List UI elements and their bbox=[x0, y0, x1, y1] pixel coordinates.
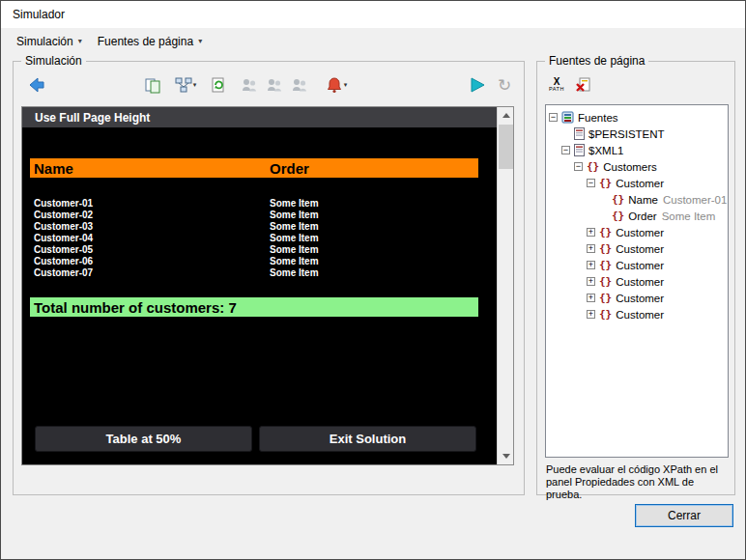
cell-name: Customer-02 bbox=[34, 210, 93, 220]
close-button[interactable]: Cerrar bbox=[635, 504, 733, 527]
tree-label: Customers bbox=[603, 161, 657, 173]
restart-icon[interactable]: ↻ bbox=[493, 73, 516, 97]
collapse-icon[interactable]: − bbox=[587, 179, 595, 187]
table-50-button[interactable]: Table at 50% bbox=[35, 426, 252, 452]
menu-fuentes-label: Fuentes de página bbox=[98, 35, 193, 48]
page-source-icon bbox=[574, 127, 585, 140]
tree-item-order[interactable]: {} Order Some Item bbox=[546, 208, 728, 224]
scrollbar-thumb[interactable] bbox=[499, 125, 513, 169]
cell-name: Customer-06 bbox=[34, 256, 93, 266]
table-row: Customer-02 Some Item bbox=[22, 210, 497, 221]
cell-name: Customer-03 bbox=[34, 221, 93, 232]
exit-solution-button[interactable]: Exit Solution bbox=[259, 426, 476, 452]
table-row: Customer-04 Some Item bbox=[22, 233, 497, 244]
collapse-icon[interactable]: − bbox=[574, 162, 583, 171]
header-order: Order bbox=[270, 160, 309, 177]
total-label: Total number of customers: 7 bbox=[34, 299, 237, 316]
expand-icon[interactable]: + bbox=[587, 294, 595, 302]
xpath-path-glyph: PATH bbox=[549, 87, 564, 93]
tree-label: $PERSISTENT bbox=[588, 128, 665, 140]
table-row: Customer-03 Some Item bbox=[22, 221, 497, 233]
expand-icon[interactable]: + bbox=[587, 228, 595, 237]
element-icon: {} bbox=[599, 259, 612, 271]
xpath-icon[interactable]: X PATH bbox=[545, 73, 568, 97]
play-icon[interactable] bbox=[466, 73, 489, 97]
table-row: Customer-05 Some Item bbox=[22, 244, 497, 256]
tree-item-customers[interactable]: − {} Customers bbox=[546, 158, 728, 175]
element-icon: {} bbox=[599, 177, 612, 189]
table-row: Customer-06 Some Item bbox=[22, 256, 497, 267]
tree-item-customer[interactable]: + {} Customer bbox=[546, 224, 728, 240]
expand-icon[interactable]: + bbox=[587, 310, 595, 319]
tree-item-fuentes[interactable]: − Fuentes bbox=[546, 109, 728, 126]
element-icon: {} bbox=[599, 226, 612, 238]
menu-simulacion[interactable]: Simulación ▾ bbox=[9, 31, 90, 52]
back-icon[interactable] bbox=[25, 73, 48, 97]
tree-label: $XML1 bbox=[588, 145, 623, 156]
restart-glyph: ↻ bbox=[498, 75, 511, 96]
tree-label: Name bbox=[628, 194, 658, 206]
cell-name: Customer-01 bbox=[34, 198, 93, 209]
header-name: Name bbox=[30, 160, 73, 177]
tree-item-customer[interactable]: + {} Customer bbox=[546, 306, 728, 322]
tree-label: Customer bbox=[616, 309, 664, 321]
tree-label: Customer bbox=[616, 243, 664, 255]
refresh-page-icon bbox=[210, 76, 227, 94]
two-users-icon bbox=[291, 76, 308, 94]
chevron-down-icon: ▾ bbox=[193, 81, 197, 89]
expand-icon[interactable]: + bbox=[587, 244, 595, 253]
users-icon-1[interactable] bbox=[238, 73, 261, 97]
page-source-icon bbox=[574, 144, 585, 156]
element-icon: {} bbox=[599, 308, 612, 321]
simulation-toolbar: ▾ bbox=[21, 71, 516, 98]
tree-item-customer[interactable]: + {} Customer bbox=[546, 257, 728, 273]
tree-item-name[interactable]: {} Name Customer-01 bbox=[546, 191, 728, 208]
tree-item-customer[interactable]: + {} Customer bbox=[546, 290, 728, 306]
users-icon-3[interactable] bbox=[288, 73, 311, 97]
tree-label: Customer bbox=[616, 293, 664, 304]
sources-toolbar: X PATH bbox=[545, 71, 727, 98]
tree-item-customer[interactable]: + {} Customer bbox=[546, 273, 728, 290]
delete-xml-icon[interactable] bbox=[572, 73, 595, 97]
exit-solution-label: Exit Solution bbox=[330, 432, 406, 446]
two-users-icon bbox=[266, 76, 283, 94]
expand-icon[interactable]: + bbox=[587, 277, 595, 286]
scroll-up-icon[interactable] bbox=[498, 107, 514, 124]
collapse-icon[interactable]: − bbox=[549, 113, 558, 122]
page-delete-icon bbox=[575, 76, 592, 94]
tree-label: Customer bbox=[616, 260, 664, 271]
tree-item-xml1[interactable]: − $XML1 bbox=[546, 142, 728, 158]
collapse-icon[interactable]: − bbox=[561, 146, 570, 154]
reload-sources-icon[interactable] bbox=[207, 73, 230, 97]
chevron-down-icon: ▾ bbox=[78, 37, 82, 45]
cell-order: Some Item bbox=[270, 256, 319, 266]
table-row: Customer-07 Some Item bbox=[22, 267, 497, 279]
users-icon-2[interactable] bbox=[263, 73, 286, 97]
page-flow-icon[interactable]: ▾ bbox=[170, 73, 201, 97]
element-icon: {} bbox=[612, 193, 624, 206]
tree-item-persistent[interactable]: $PERSISTENT bbox=[546, 126, 728, 142]
table-header-row: Name Order bbox=[30, 158, 478, 178]
bell-icon bbox=[326, 76, 343, 94]
chevron-down-icon: ▾ bbox=[344, 81, 348, 89]
cell-order: Some Item bbox=[270, 233, 319, 243]
expand-icon[interactable]: + bbox=[587, 261, 595, 269]
element-icon: {} bbox=[599, 275, 612, 288]
play-triangle-icon bbox=[468, 75, 487, 95]
chevron-down-icon: ▾ bbox=[198, 37, 202, 45]
two-users-icon bbox=[241, 76, 258, 94]
element-icon: {} bbox=[612, 210, 624, 222]
alerts-icon[interactable]: ▾ bbox=[321, 73, 352, 97]
tree-item-customer-expanded[interactable]: − {} Customer bbox=[546, 175, 728, 191]
tree-item-customer[interactable]: + {} Customer bbox=[546, 240, 728, 257]
total-bar: Total number of customers: 7 bbox=[30, 297, 478, 317]
tree-label: Customer bbox=[616, 227, 664, 238]
tree-value: Customer-01 bbox=[663, 194, 727, 206]
menu-fuentes[interactable]: Fuentes de página ▾ bbox=[90, 31, 210, 52]
tree-label: Customer bbox=[616, 178, 664, 189]
phone-scrollbar[interactable] bbox=[497, 107, 513, 464]
update-display-icon[interactable] bbox=[141, 73, 164, 97]
scroll-down-icon[interactable] bbox=[498, 448, 514, 464]
cell-order: Some Item bbox=[270, 210, 319, 220]
sources-groupbox: Fuentes de página X PATH − bbox=[536, 61, 735, 495]
